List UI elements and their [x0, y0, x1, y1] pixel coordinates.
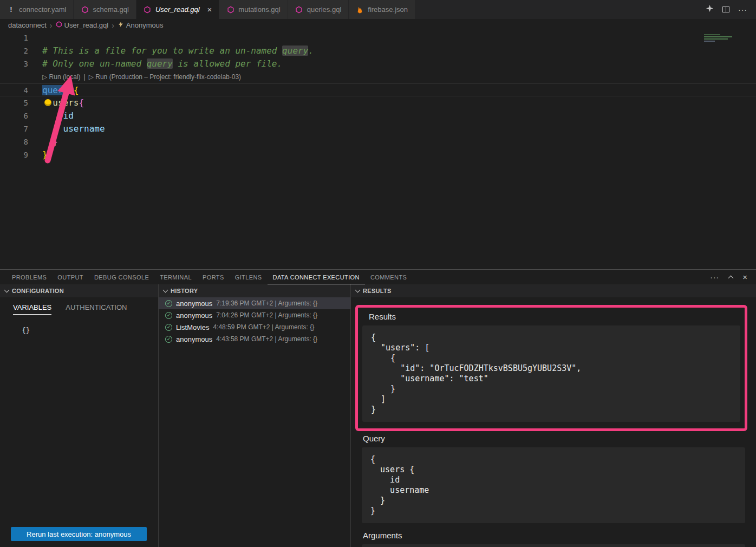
breadcrumb-item-dataconnect[interactable]: dataconnect: [8, 21, 47, 29]
editor-tab-user-read-gql[interactable]: User_read.gql ×: [136, 0, 219, 19]
code-editor[interactable]: 1 2 # This is a file for you to write an…: [0, 31, 756, 269]
comment-text: is allowed per file.: [173, 58, 282, 69]
panel-more-icon[interactable]: ···: [710, 273, 719, 282]
chevron-down-icon: [355, 288, 361, 293]
results-header[interactable]: RESULTS: [351, 284, 756, 297]
yaml-icon: !: [7, 5, 15, 14]
panel-tab-comments[interactable]: COMMENTS: [365, 270, 412, 284]
editor-tab-connector-yaml[interactable]: ! connector.yaml: [0, 0, 74, 19]
editor-tab-schema-gql[interactable]: schema.gql: [74, 0, 136, 19]
panel-tab-terminal[interactable]: TERMINAL: [154, 270, 197, 284]
codelens-separator: |: [84, 73, 86, 81]
results-json-box: { "users": [ { "id": "OrTucFODZHTksvBSBU…: [362, 325, 740, 422]
close-brace: }: [42, 149, 48, 160]
editor-tab-queries-gql[interactable]: queries.gql: [288, 0, 349, 19]
graphql-icon: [81, 5, 89, 14]
open-brace: {: [79, 97, 84, 108]
history-header[interactable]: HISTORY: [159, 284, 350, 297]
editor-tab-mutations-gql[interactable]: mutations.gql: [219, 0, 288, 19]
code-line-6: 6 id: [0, 109, 756, 122]
more-actions-icon[interactable]: ···: [738, 5, 747, 14]
panel-tab-output[interactable]: OUTPUT: [52, 270, 89, 284]
results-highlight-annotation: Results { "users": [ { "id": "OrTucFODZH…: [355, 305, 747, 431]
comment-text: # This is a file for you to write an un-…: [42, 45, 282, 56]
panel-collapse-icon[interactable]: [728, 275, 734, 281]
open-brace: {: [68, 85, 79, 95]
history-item[interactable]: ✓ anonymous 4:43:58 PM GMT+2 | Arguments…: [159, 333, 350, 345]
history-name: anonymous: [176, 311, 212, 320]
highlighted-word: query: [147, 58, 173, 69]
panel-tab-gitlens[interactable]: GITLENS: [230, 270, 268, 284]
query-symbol-icon: [118, 21, 124, 29]
gutter-line-number: 9: [0, 148, 28, 161]
code-line-3: 3 # Only one un-named query is allowed p…: [0, 57, 756, 70]
configuration-section: CONFIGURATION VARIABLES AUTHENTICATION {…: [0, 284, 159, 547]
history-section: HISTORY ✓ anonymous 7:19:36 PM GMT+2 | A…: [159, 284, 351, 547]
graphql-icon: [56, 21, 62, 29]
codelens-run-production[interactable]: ▷ Run (Production – Project: friendly-fl…: [89, 73, 241, 81]
keyword-query: query: [42, 85, 68, 95]
arguments-label: Arguments: [363, 531, 745, 540]
check-icon: ✓: [165, 336, 172, 343]
history-item[interactable]: ✓ ListMovies 4:48:59 PM GMT+2 | Argument…: [159, 321, 350, 333]
check-icon: ✓: [165, 300, 172, 307]
tab-authentication[interactable]: AUTHENTICATION: [66, 303, 127, 315]
history-item[interactable]: ✓ anonymous 7:04:26 PM GMT+2 | Arguments…: [159, 309, 350, 321]
history-list: ✓ anonymous 7:19:36 PM GMT+2 | Arguments…: [159, 297, 350, 345]
variables-value[interactable]: {}: [0, 315, 158, 334]
gutter-line-number: 8: [0, 135, 28, 148]
panel-tab-data-connect-execution[interactable]: DATA CONNECT EXECUTION: [268, 270, 365, 284]
firebase-icon: [356, 5, 364, 14]
history-name: ListMovies: [176, 323, 209, 331]
minimap[interactable]: [703, 33, 748, 51]
gutter-line-number: 2: [0, 44, 28, 57]
copilot-icon[interactable]: [706, 4, 714, 15]
history-name: anonymous: [176, 299, 212, 308]
comment-text: .: [308, 45, 314, 56]
code-line-7: 7 username: [0, 122, 756, 135]
results-section: RESULTS Results { "users": [ { "id": "Or…: [351, 284, 756, 547]
panel-tab-ports[interactable]: PORTS: [197, 270, 230, 284]
rerun-button[interactable]: Rerun last execution: anonymous: [11, 527, 147, 541]
code-line-8: 8 }: [0, 135, 756, 148]
history-meta: 7:19:36 PM GMT+2 | Arguments: {}: [216, 299, 317, 307]
comment-text: # Only one un-named: [42, 58, 147, 69]
codelens-run-local[interactable]: ▷ Run (local): [42, 73, 81, 81]
query-label: Query: [363, 434, 745, 443]
section-title: RESULTS: [363, 288, 392, 294]
graphql-icon: [295, 5, 303, 14]
tab-variables[interactable]: VARIABLES: [13, 303, 51, 315]
editor-tab-firebase-json[interactable]: firebase.json: [349, 0, 415, 19]
results-content: Results { "users": [ { "id": "OrTucFODZH…: [351, 297, 756, 547]
history-meta: 4:48:59 PM GMT+2 | Arguments: {}: [213, 323, 314, 331]
code-line-1: 1: [0, 31, 756, 44]
close-icon[interactable]: ×: [207, 5, 212, 14]
lightbulb-icon[interactable]: [44, 99, 51, 106]
panel-close-icon[interactable]: ×: [742, 272, 747, 282]
panel-tab-debug-console[interactable]: DEBUG CONSOLE: [89, 270, 154, 284]
configuration-header[interactable]: CONFIGURATION: [0, 284, 158, 297]
gutter-line-number: 1: [0, 31, 28, 44]
gutter-line-number: 6: [0, 109, 28, 122]
editor-actions: ···: [697, 0, 756, 19]
query-box: { users { id username } }: [362, 447, 745, 523]
breadcrumb-label: Anonymous: [126, 21, 164, 29]
split-editor-icon[interactable]: [722, 6, 729, 12]
field-username: username: [42, 123, 105, 134]
editor-tab-bar: ! connector.yaml schema.gql User_read.gq…: [0, 0, 756, 19]
history-item[interactable]: ✓ anonymous 7:19:36 PM GMT+2 | Arguments…: [159, 297, 350, 309]
codelens: ▷ Run (local) | ▷ Run (Production – Proj…: [0, 70, 756, 83]
breadcrumb-item-anonymous[interactable]: Anonymous: [118, 21, 164, 29]
breadcrumb-item-file[interactable]: User_read.gql: [56, 21, 109, 29]
code-line-4: 4 query {: [0, 83, 756, 96]
minimap-mark: [704, 36, 732, 37]
history-meta: 7:04:26 PM GMT+2 | Arguments: {}: [216, 311, 317, 319]
graphql-icon: [226, 5, 234, 14]
gutter-line-number: 3: [0, 57, 28, 70]
breadcrumb-separator: ›: [111, 21, 115, 30]
breadcrumb-separator: ›: [49, 21, 53, 30]
history-meta: 4:43:58 PM GMT+2 | Arguments: {}: [216, 335, 317, 343]
history-name: anonymous: [176, 335, 212, 343]
panel-tab-problems[interactable]: PROBLEMS: [6, 270, 52, 284]
tab-label: User_read.gql: [155, 5, 200, 14]
